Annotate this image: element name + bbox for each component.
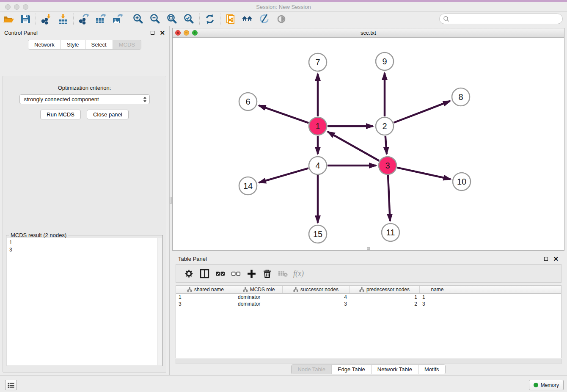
export-network-icon[interactable] — [75, 12, 92, 26]
graph-node-9[interactable]: 9 — [376, 52, 394, 70]
gear-icon[interactable] — [181, 266, 197, 281]
cell-mcds-role[interactable]: dominator — [235, 301, 283, 307]
split-pane-divider[interactable] — [169, 26, 172, 375]
cell-predecessor-nodes[interactable]: 1 — [350, 294, 420, 300]
graph-node-4[interactable]: 4 — [309, 157, 327, 174]
divider-grip[interactable] — [170, 197, 172, 204]
sort-icon — [243, 287, 248, 292]
column-header-shared-name[interactable]: shared name — [176, 286, 235, 293]
node-table[interactable]: shared nameMCDS rolesuccessor nodesprede… — [176, 285, 561, 358]
task-history-button[interactable] — [5, 380, 17, 390]
delete-row-icon[interactable] — [259, 266, 275, 281]
memory-button[interactable]: Memory — [529, 380, 564, 390]
cell-name[interactable]: 3 — [420, 301, 455, 307]
float-panel-icon[interactable] — [151, 31, 154, 35]
cell-predecessor-nodes[interactable]: 2 — [350, 301, 420, 307]
cell-successor-nodes[interactable]: 3 — [283, 301, 350, 307]
function-builder-icon[interactable]: f(x) — [291, 266, 306, 281]
canvas-grip[interactable] — [367, 247, 370, 250]
export-image-icon[interactable] — [109, 12, 126, 26]
column-header-successor-nodes[interactable]: successor nodes — [283, 286, 350, 293]
show-eye-icon[interactable] — [273, 12, 290, 26]
zoom-out-icon[interactable] — [147, 12, 164, 26]
float-table-panel-icon[interactable] — [544, 257, 548, 261]
graph-node-2[interactable]: 2 — [376, 117, 394, 135]
graph-node-15[interactable]: 15 — [309, 225, 327, 243]
table-tab-motifs[interactable]: Motifs — [418, 365, 445, 374]
svg-text:3: 3 — [385, 161, 390, 170]
optimization-criterion-dropdown[interactable]: strongly connected component — [19, 94, 150, 104]
graph-edge-3-11[interactable] — [388, 175, 390, 221]
zoom-fit-icon[interactable] — [164, 12, 181, 26]
table-toolbar: f(x) — [176, 264, 561, 283]
svg-text:15: 15 — [313, 229, 322, 239]
delete-table-icon[interactable] — [275, 266, 291, 281]
graph-edge-4-14[interactable] — [259, 168, 308, 182]
graph-node-7[interactable]: 7 — [309, 53, 327, 71]
search-box[interactable] — [439, 14, 563, 24]
table-tab-edge-table[interactable]: Edge Table — [331, 365, 371, 374]
import-network-icon[interactable] — [38, 12, 55, 26]
graph-node-14[interactable]: 14 — [239, 177, 257, 195]
table-row[interactable]: 3dominator323 — [176, 301, 561, 307]
close-table-panel-icon[interactable]: ✕ — [553, 256, 559, 262]
network-window-titlebar[interactable]: × − + scc.txt — [173, 28, 564, 38]
tab-style[interactable]: Style — [61, 40, 85, 49]
save-icon[interactable] — [17, 12, 34, 26]
cell-successor-nodes[interactable]: 4 — [283, 294, 350, 300]
graph-node-1[interactable]: 1 — [309, 117, 327, 135]
column-header-name[interactable]: name — [420, 286, 455, 293]
graph-node-3[interactable]: 3 — [379, 157, 396, 174]
mcds-result-textarea[interactable]: 1 3 — [7, 238, 162, 365]
svg-text:8: 8 — [458, 92, 463, 102]
graph-edge-3-1[interactable] — [328, 132, 379, 160]
import-table-icon[interactable] — [55, 12, 72, 26]
cell-shared-name[interactable]: 3 — [176, 301, 235, 307]
toolbar-separator — [36, 14, 36, 25]
search-icon — [443, 16, 450, 22]
mcds-result-group: MCDS result (2 nodes) 1 3 — [6, 235, 163, 366]
column-header-mcds-role[interactable]: MCDS role — [235, 286, 283, 293]
graph-node-8[interactable]: 8 — [452, 88, 470, 106]
tab-select[interactable]: Select — [85, 40, 113, 49]
dropdown-value: strongly connected component — [24, 96, 99, 102]
network-canvas[interactable]: 7968124314101511 — [173, 38, 564, 250]
svg-text:14: 14 — [243, 181, 253, 190]
tab-mcds[interactable]: MCDS — [113, 40, 141, 49]
select-all-icon[interactable] — [212, 266, 228, 281]
graph-edge-1-6[interactable] — [259, 105, 308, 123]
column-header-predecessor-nodes[interactable]: predecessor nodes — [350, 286, 420, 293]
table-row[interactable]: 1dominator411 — [176, 294, 561, 301]
graph-node-10[interactable]: 10 — [453, 173, 471, 190]
open-folder-icon[interactable] — [0, 12, 17, 26]
cell-name[interactable]: 1 — [420, 294, 455, 300]
table-tab-node-table[interactable]: Node Table — [292, 365, 331, 374]
close-panel-icon[interactable]: ✕ — [160, 30, 165, 36]
zoom-selected-icon[interactable] — [181, 12, 198, 26]
document-network-icon[interactable] — [222, 12, 239, 26]
graph-edge-3-10[interactable] — [397, 168, 450, 179]
graph-node-11[interactable]: 11 — [382, 224, 399, 241]
refresh-icon[interactable] — [201, 12, 218, 26]
tab-network[interactable]: Network — [28, 40, 61, 49]
graph-edge-2-8[interactable] — [394, 101, 450, 123]
graph-edge-2-3[interactable] — [385, 136, 387, 154]
table-horizontal-scrollbar[interactable] — [176, 359, 561, 364]
export-table-icon[interactable] — [92, 12, 109, 26]
add-row-icon[interactable] — [244, 266, 259, 281]
table-tab-network-table[interactable]: Network Table — [371, 365, 418, 374]
run-mcds-button[interactable]: Run MCDS — [40, 110, 81, 119]
svg-text:4: 4 — [315, 161, 320, 170]
deselect-all-icon[interactable] — [228, 266, 244, 281]
cell-mcds-role[interactable]: dominator — [235, 294, 283, 300]
search-input[interactable] — [450, 15, 562, 23]
home-icon[interactable] — [239, 12, 256, 26]
close-panel-button[interactable]: Close panel — [87, 110, 129, 119]
columns-icon[interactable] — [197, 266, 212, 281]
zoom-in-icon[interactable] — [130, 12, 147, 26]
network-window-title: scc.txt — [173, 30, 564, 36]
hide-style-icon[interactable] — [256, 12, 273, 26]
cell-shared-name[interactable]: 1 — [176, 294, 235, 300]
graph-node-6[interactable]: 6 — [239, 93, 257, 110]
result-scrollbar[interactable] — [157, 238, 162, 365]
